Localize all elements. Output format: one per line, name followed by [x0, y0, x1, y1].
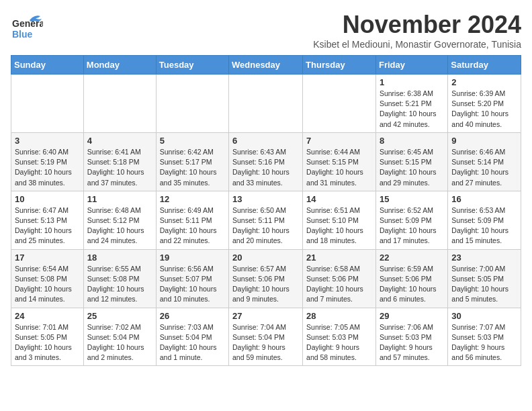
calendar-header-row: SundayMondayTuesdayWednesdayThursdayFrid…: [11, 56, 521, 75]
day-of-week-header: Saturday: [448, 56, 521, 75]
day-info: Sunrise: 6:53 AM Sunset: 5:09 PM Dayligh…: [451, 205, 517, 246]
day-info: Sunrise: 7:06 AM Sunset: 5:03 PM Dayligh…: [380, 322, 444, 363]
day-info: Sunrise: 6:46 AM Sunset: 5:14 PM Dayligh…: [451, 147, 517, 188]
calendar-cell: 18Sunrise: 6:55 AM Sunset: 5:08 PM Dayli…: [83, 249, 156, 308]
calendar-cell: 10Sunrise: 6:47 AM Sunset: 5:13 PM Dayli…: [11, 191, 84, 249]
day-number: 17: [15, 253, 80, 263]
month-title: November 2024: [313, 11, 521, 39]
calendar-table: SundayMondayTuesdayWednesdayThursdayFrid…: [11, 55, 521, 366]
calendar-cell: [83, 75, 156, 133]
day-number: 3: [15, 136, 80, 146]
day-number: 9: [451, 136, 517, 146]
calendar-cell: 20Sunrise: 6:57 AM Sunset: 5:06 PM Dayli…: [229, 249, 303, 308]
day-number: 5: [160, 136, 225, 146]
calendar-cell: 27Sunrise: 7:04 AM Sunset: 5:04 PM Dayli…: [229, 308, 303, 366]
logo: General Blue: [11, 11, 43, 43]
calendar-cell: 3Sunrise: 6:40 AM Sunset: 5:19 PM Daylig…: [11, 132, 84, 191]
day-number: 14: [306, 194, 372, 204]
day-info: Sunrise: 6:45 AM Sunset: 5:15 PM Dayligh…: [380, 147, 444, 188]
day-number: 28: [306, 311, 372, 321]
day-of-week-header: Thursday: [303, 56, 376, 75]
day-info: Sunrise: 6:42 AM Sunset: 5:17 PM Dayligh…: [160, 147, 225, 188]
calendar-cell: 19Sunrise: 6:56 AM Sunset: 5:07 PM Dayli…: [156, 249, 228, 308]
day-number: 2: [451, 77, 517, 87]
day-info: Sunrise: 6:48 AM Sunset: 5:12 PM Dayligh…: [87, 205, 152, 246]
day-info: Sunrise: 7:07 AM Sunset: 5:03 PM Dayligh…: [451, 322, 517, 363]
calendar-cell: 16Sunrise: 6:53 AM Sunset: 5:09 PM Dayli…: [448, 191, 521, 249]
calendar-week-row: 24Sunrise: 7:01 AM Sunset: 5:05 PM Dayli…: [11, 308, 521, 366]
calendar-cell: [156, 75, 228, 133]
day-number: 29: [380, 311, 444, 321]
calendar-cell: 14Sunrise: 6:51 AM Sunset: 5:10 PM Dayli…: [303, 191, 376, 249]
day-of-week-header: Monday: [83, 56, 156, 75]
day-number: 12: [160, 194, 225, 204]
day-number: 30: [451, 311, 517, 321]
day-number: 1: [380, 77, 444, 87]
day-number: 22: [380, 253, 444, 263]
day-info: Sunrise: 6:52 AM Sunset: 5:09 PM Dayligh…: [380, 205, 444, 246]
day-number: 10: [15, 194, 80, 204]
calendar-week-row: 10Sunrise: 6:47 AM Sunset: 5:13 PM Dayli…: [11, 191, 521, 249]
calendar-cell: 30Sunrise: 7:07 AM Sunset: 5:03 PM Dayli…: [448, 308, 521, 366]
day-info: Sunrise: 7:00 AM Sunset: 5:05 PM Dayligh…: [451, 264, 517, 305]
calendar-cell: 11Sunrise: 6:48 AM Sunset: 5:12 PM Dayli…: [83, 191, 156, 249]
calendar-cell: 12Sunrise: 6:49 AM Sunset: 5:11 PM Dayli…: [156, 191, 228, 249]
day-number: 27: [232, 311, 299, 321]
calendar-cell: 23Sunrise: 7:00 AM Sunset: 5:05 PM Dayli…: [448, 249, 521, 308]
day-of-week-header: Friday: [375, 56, 447, 75]
calendar-week-row: 3Sunrise: 6:40 AM Sunset: 5:19 PM Daylig…: [11, 132, 521, 191]
day-info: Sunrise: 6:41 AM Sunset: 5:18 PM Dayligh…: [87, 147, 152, 188]
day-info: Sunrise: 7:03 AM Sunset: 5:04 PM Dayligh…: [160, 322, 225, 363]
day-info: Sunrise: 6:58 AM Sunset: 5:06 PM Dayligh…: [306, 264, 372, 305]
day-info: Sunrise: 6:56 AM Sunset: 5:07 PM Dayligh…: [160, 264, 225, 305]
day-number: 23: [451, 253, 517, 263]
calendar-cell: 21Sunrise: 6:58 AM Sunset: 5:06 PM Dayli…: [303, 249, 376, 308]
day-number: 19: [160, 253, 225, 263]
day-number: 7: [306, 136, 372, 146]
day-info: Sunrise: 6:40 AM Sunset: 5:19 PM Dayligh…: [15, 147, 80, 188]
day-number: 25: [87, 311, 152, 321]
calendar-cell: 9Sunrise: 6:46 AM Sunset: 5:14 PM Daylig…: [448, 132, 521, 191]
calendar-cell: 1Sunrise: 6:38 AM Sunset: 5:21 PM Daylig…: [375, 75, 447, 133]
calendar-cell: [303, 75, 376, 133]
day-info: Sunrise: 7:01 AM Sunset: 5:05 PM Dayligh…: [15, 322, 80, 363]
day-info: Sunrise: 6:59 AM Sunset: 5:06 PM Dayligh…: [380, 264, 444, 305]
calendar-cell: 26Sunrise: 7:03 AM Sunset: 5:04 PM Dayli…: [156, 308, 228, 366]
day-number: 13: [232, 194, 299, 204]
calendar-cell: 13Sunrise: 6:50 AM Sunset: 5:11 PM Dayli…: [229, 191, 303, 249]
calendar-cell: 17Sunrise: 6:54 AM Sunset: 5:08 PM Dayli…: [11, 249, 84, 308]
calendar-cell: [229, 75, 303, 133]
day-number: 8: [380, 136, 444, 146]
day-number: 20: [232, 253, 299, 263]
day-number: 24: [15, 311, 80, 321]
calendar-cell: 25Sunrise: 7:02 AM Sunset: 5:04 PM Dayli…: [83, 308, 156, 366]
calendar-cell: 8Sunrise: 6:45 AM Sunset: 5:15 PM Daylig…: [375, 132, 447, 191]
day-info: Sunrise: 6:47 AM Sunset: 5:13 PM Dayligh…: [15, 205, 80, 246]
day-info: Sunrise: 6:43 AM Sunset: 5:16 PM Dayligh…: [232, 147, 299, 188]
day-info: Sunrise: 6:51 AM Sunset: 5:10 PM Dayligh…: [306, 205, 372, 246]
calendar-cell: 4Sunrise: 6:41 AM Sunset: 5:18 PM Daylig…: [83, 132, 156, 191]
calendar-cell: [11, 75, 84, 133]
day-number: 15: [380, 194, 444, 204]
day-number: 6: [232, 136, 299, 146]
day-info: Sunrise: 6:44 AM Sunset: 5:15 PM Dayligh…: [306, 147, 372, 188]
day-of-week-header: Sunday: [11, 56, 84, 75]
calendar-cell: 22Sunrise: 6:59 AM Sunset: 5:06 PM Dayli…: [375, 249, 447, 308]
day-number: 26: [160, 311, 225, 321]
day-number: 16: [451, 194, 517, 204]
calendar-week-row: 17Sunrise: 6:54 AM Sunset: 5:08 PM Dayli…: [11, 249, 521, 308]
day-info: Sunrise: 6:50 AM Sunset: 5:11 PM Dayligh…: [232, 205, 299, 246]
day-number: 11: [87, 194, 152, 204]
day-info: Sunrise: 6:55 AM Sunset: 5:08 PM Dayligh…: [87, 264, 152, 305]
svg-text:Blue: Blue: [12, 29, 33, 40]
calendar-cell: 7Sunrise: 6:44 AM Sunset: 5:15 PM Daylig…: [303, 132, 376, 191]
day-info: Sunrise: 6:39 AM Sunset: 5:20 PM Dayligh…: [451, 89, 517, 130]
calendar-cell: 5Sunrise: 6:42 AM Sunset: 5:17 PM Daylig…: [156, 132, 228, 191]
logo-icon: General Blue: [11, 11, 43, 43]
day-info: Sunrise: 6:49 AM Sunset: 5:11 PM Dayligh…: [160, 205, 225, 246]
day-info: Sunrise: 6:38 AM Sunset: 5:21 PM Dayligh…: [380, 89, 444, 130]
location-subtitle: Ksibet el Mediouni, Monastir Governorate…: [313, 39, 521, 50]
calendar-cell: 6Sunrise: 6:43 AM Sunset: 5:16 PM Daylig…: [229, 132, 303, 191]
day-info: Sunrise: 7:02 AM Sunset: 5:04 PM Dayligh…: [87, 322, 152, 363]
day-of-week-header: Wednesday: [229, 56, 303, 75]
